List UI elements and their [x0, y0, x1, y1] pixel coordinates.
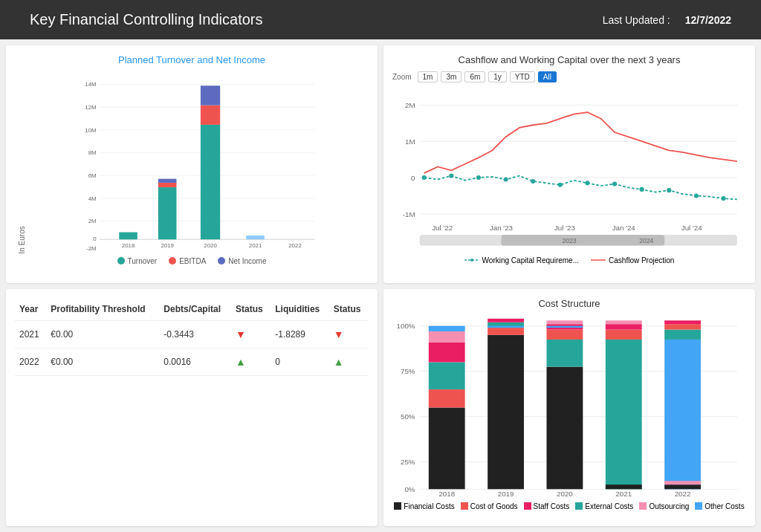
svg-rect-84: [546, 339, 583, 366]
legend-turnover: Turnover: [117, 257, 158, 265]
svg-rect-76: [429, 331, 465, 342]
cost-structure-panel: Cost Structure 100% 75% 50% 25% 0%: [383, 289, 755, 527]
svg-point-46: [640, 187, 644, 192]
svg-point-38: [422, 175, 427, 180]
svg-text:14M: 14M: [85, 81, 96, 88]
zoom-ytd[interactable]: YTD: [510, 71, 535, 82]
svg-text:-1M: -1M: [403, 210, 415, 218]
table-panel: Year Profitability Threshold Debts/Capit…: [6, 289, 378, 527]
svg-text:8M: 8M: [88, 149, 97, 156]
svg-rect-78: [488, 334, 524, 488]
table-row: 2022 €0.00 0.0016 ▲ 0 ▲: [15, 348, 369, 375]
svg-rect-93: [606, 320, 642, 324]
zoom-1m[interactable]: 1m: [418, 71, 438, 82]
y-axis-label: In Euros: [15, 71, 26, 254]
svg-text:1M: 1M: [405, 137, 415, 146]
svg-rect-17: [119, 233, 137, 240]
net-income-dot: [218, 257, 225, 265]
cashflow-title: Cashflow and Working Capital over the ne…: [392, 54, 746, 65]
svg-rect-22: [201, 106, 220, 125]
zoom-6m[interactable]: 6m: [464, 71, 485, 82]
svg-rect-96: [664, 324, 701, 329]
svg-text:6M: 6M: [88, 172, 97, 179]
svg-rect-87: [546, 320, 583, 324]
cashflow-legend: Working Capital Requireme... Cashflow Pr…: [392, 256, 746, 265]
svg-text:2018: 2018: [122, 242, 135, 249]
svg-text:2024: 2024: [639, 237, 653, 244]
svg-rect-98: [664, 484, 701, 489]
cost-structure-legend: Financial Costs Cost of Goods Staff Cost…: [392, 502, 746, 510]
svg-rect-21: [201, 125, 220, 239]
cashflow-panel: Cashflow and Working Capital over the ne…: [383, 45, 755, 283]
svg-text:2M: 2M: [405, 101, 415, 109]
svg-point-45: [612, 182, 617, 186]
svg-text:0: 0: [93, 236, 97, 242]
debts-capital-2021: -0.3443: [159, 320, 231, 348]
turnover-dot: [117, 257, 125, 265]
svg-text:2020: 2020: [557, 490, 573, 496]
ebitda-dot: [169, 257, 176, 265]
col-liquidities: Liquidities: [271, 298, 329, 321]
svg-rect-88: [546, 325, 583, 327]
profitability-2022: €0.00: [46, 348, 159, 375]
status1-2022: ▲: [231, 348, 271, 375]
svg-text:Jan '23: Jan '23: [490, 224, 513, 232]
liquidities-2021: -1.8289: [271, 320, 329, 348]
legend-ebitda: EBITDA: [169, 257, 206, 265]
svg-text:2022: 2022: [675, 490, 691, 496]
zoom-3m[interactable]: 3m: [441, 71, 462, 82]
svg-text:Jan '24: Jan '24: [612, 224, 636, 232]
svg-text:Jul '24: Jul '24: [681, 224, 702, 232]
svg-point-39: [449, 174, 453, 178]
svg-rect-92: [606, 484, 642, 489]
svg-text:2019: 2019: [498, 490, 514, 496]
svg-text:2022: 2022: [288, 242, 302, 249]
svg-rect-83: [546, 366, 583, 489]
svg-text:75%: 75%: [401, 367, 415, 375]
svg-point-60: [470, 259, 473, 262]
profitability-2021: €0.00: [46, 320, 159, 348]
legend-financial-costs: Financial Costs: [394, 502, 454, 510]
svg-rect-89: [606, 339, 642, 488]
svg-point-48: [694, 193, 699, 198]
svg-rect-74: [429, 362, 465, 389]
bar-chart-container: In Euros 14M 12M 10M 8M 6M: [15, 71, 369, 254]
legend-net-income: Net Income: [218, 257, 266, 265]
table-row: 2021 €0.00 -0.3443 ▼ -1.8289 ▼: [15, 320, 369, 348]
last-updated-label: Last Updated :: [603, 14, 670, 26]
svg-rect-72: [429, 407, 465, 489]
svg-rect-81: [488, 318, 524, 322]
svg-text:2020: 2020: [204, 242, 217, 249]
svg-rect-82: [488, 325, 524, 327]
legend-cost-of-goods: Cost of Goods: [461, 502, 518, 510]
svg-rect-73: [429, 389, 465, 407]
zoom-all[interactable]: All: [538, 71, 557, 82]
svg-text:2018: 2018: [438, 490, 455, 496]
svg-rect-90: [606, 329, 642, 339]
bar-chart-title: Planned Turnover and Net Income: [15, 54, 369, 65]
svg-rect-95: [664, 329, 701, 339]
liquidities-2022: 0: [271, 348, 329, 375]
svg-rect-85: [546, 329, 583, 339]
bar-chart-area: 14M 12M 10M 8M 6M 4M 2M 0 -2M: [26, 71, 369, 254]
col-status1: Status: [231, 298, 271, 321]
col-debts-capital: Debts/Capital: [159, 298, 231, 321]
svg-rect-99: [664, 481, 701, 484]
svg-text:Jul '22: Jul '22: [432, 224, 453, 232]
svg-text:2019: 2019: [161, 242, 174, 249]
zoom-1y[interactable]: 1y: [488, 71, 507, 82]
status2-2022: ▲: [329, 348, 369, 375]
bar-chart-legend: Turnover EBITDA Net Income: [15, 257, 369, 265]
svg-text:50%: 50%: [401, 412, 415, 421]
legend-other-costs: Other Costs: [695, 502, 744, 510]
cost-structure-svg: 100% 75% 50% 25% 0%: [392, 315, 746, 496]
cashflow-svg: 2M 1M 0 -1M Jul '22 Jan '23 Jul '23: [392, 87, 746, 250]
svg-text:12M: 12M: [85, 104, 96, 111]
svg-rect-75: [429, 342, 465, 362]
bar-chart-panel: Planned Turnover and Net Income In Euros…: [6, 45, 378, 283]
header-right: Last Updated : 12/7/2022: [603, 14, 731, 26]
svg-text:2021: 2021: [249, 242, 262, 249]
svg-rect-79: [488, 328, 524, 335]
svg-rect-94: [664, 339, 701, 488]
svg-rect-91: [606, 324, 642, 329]
